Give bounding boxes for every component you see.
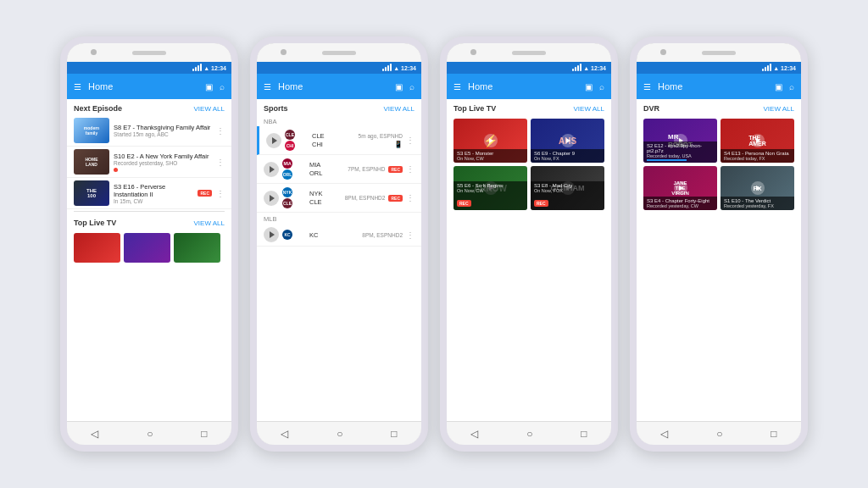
phone-3-status-bar: ▲ 12:34	[447, 62, 611, 74]
americans-sub: Recorded today, FX	[724, 156, 791, 161]
recent-button-4[interactable]: □	[771, 428, 776, 440]
bulls-logo: CHI	[285, 141, 295, 151]
more-options-game-4[interactable]: ⋮	[406, 230, 415, 240]
the100-title: S3 E16 - Perverse Instantiation II	[114, 183, 193, 198]
hamburger-icon[interactable]: ☰	[74, 82, 81, 92]
recent-button[interactable]: □	[201, 428, 207, 440]
more-options-icon-2[interactable]: ⋮	[216, 158, 225, 167]
more-options-icon[interactable]: ⋮	[216, 126, 225, 136]
team-names-1: CLE CHI	[312, 132, 355, 148]
flash-sub: On Now, CW	[457, 156, 524, 161]
hamburger-icon-2[interactable]: ☰	[264, 82, 271, 92]
phone-4-status-bar: ▲ 12:34	[637, 62, 801, 74]
sports-header: Sports VIEW ALL	[257, 99, 421, 115]
back-button-2[interactable]: ◁	[281, 428, 288, 440]
cast-icon-2[interactable]: ▣	[395, 82, 403, 92]
search-icon-4[interactable]: ⌕	[789, 82, 794, 92]
phone-4-content: DVR VIEW ALL MRROBOT	[637, 99, 801, 421]
phone-1-speaker	[132, 51, 166, 55]
play-button-3[interactable]	[264, 191, 279, 206]
gotham-sub: On Now, FOX	[534, 188, 601, 193]
team-logos-3: NYK CLE	[282, 187, 306, 208]
phone-1-top-bar	[67, 43, 231, 62]
cast-icon-4[interactable]: ▣	[775, 82, 782, 92]
more-options-icon-3[interactable]: ⋮	[216, 189, 225, 198]
arrow-sub: On Now, CW	[457, 188, 524, 193]
home-button-3[interactable]: ○	[526, 428, 532, 440]
team2-name-2: ORL	[309, 169, 344, 177]
cast-icon-3[interactable]: ▣	[585, 82, 593, 92]
recent-button-3[interactable]: □	[581, 428, 587, 440]
next-episode-view-all[interactable]: VIEW ALL	[194, 105, 225, 113]
live-thumb-1[interactable]	[74, 233, 120, 263]
sports-view-all[interactable]: VIEW ALL	[384, 105, 415, 113]
episode-homeland[interactable]: HOMELAND S10 E2 - A New York Family Affa…	[67, 147, 231, 178]
game-mia-orl[interactable]: MIA ORL MIA ORL 7PM, ESPNHD REC ⋮	[257, 155, 421, 184]
recent-button-2[interactable]: □	[391, 428, 397, 440]
more-options-game-3[interactable]: ⋮	[406, 193, 415, 202]
hamburger-icon-4[interactable]: ☰	[643, 82, 651, 92]
game-kc[interactable]: KC KC 8PM, ESPNHD2 ⋮	[257, 224, 421, 247]
the100-meta: In 15m, CW	[114, 198, 193, 204]
live-card-flash[interactable]: ⚡ S3 E5 - Monster On Now, CW	[453, 119, 527, 163]
phone-3-nav-bar: ◁ ○ □	[447, 421, 611, 445]
phone-3: ▲ 12:34 ☰ Home ▣ ⌕ Top Live TV VIEW ALL	[440, 36, 618, 452]
play-overlay-americans[interactable]	[751, 134, 765, 147]
more-options-game-1[interactable]: ⋮	[406, 136, 415, 145]
live-thumb-2[interactable]	[124, 233, 170, 263]
play-overlay-jane[interactable]	[674, 181, 687, 195]
homeland-label: HOMELAND	[86, 157, 98, 167]
mlb-label: MLB	[257, 213, 421, 224]
live-tv-view-all[interactable]: VIEW ALL	[194, 219, 225, 227]
phone-2-top-bar	[257, 43, 421, 62]
dvr-view-all[interactable]: VIEW ALL	[764, 105, 794, 113]
home-button[interactable]: ○	[147, 428, 153, 440]
dvr-card-americans[interactable]: THEAMER S4 E13 - Persona Non Grata Recor…	[721, 119, 794, 163]
episode-modern-family[interactable]: modernfamily S8 E7 - Thanksgiving Family…	[67, 115, 231, 147]
live-card-gotham[interactable]: GOTHAM S3 E8 - Mad City On Now, FOX REC	[531, 166, 604, 210]
game-cle-chi[interactable]: CLE CHI CLE CHI 5m ago, ESPNHD 📱	[257, 126, 421, 155]
play-button-2[interactable]	[264, 162, 279, 177]
home-button-2[interactable]: ○	[337, 428, 342, 440]
hamburger-icon-3[interactable]: ☰	[453, 82, 461, 92]
search-icon-3[interactable]: ⌕	[599, 82, 604, 92]
back-button[interactable]: ◁	[91, 428, 98, 440]
live-thumb-3[interactable]	[174, 233, 220, 263]
play-button-1[interactable]	[266, 133, 281, 148]
play-button-4[interactable]	[264, 227, 279, 242]
mrrobot-sub: Recorded today, USA	[647, 153, 714, 158]
modern-family-meta: Started 15m ago, ABC	[114, 131, 212, 137]
phone-1-status-bar: ▲ 12:34	[67, 62, 231, 74]
dvr-card-verdict[interactable]: FX S1 E10 - The Verdict Recorded yesterd…	[721, 166, 794, 210]
live-card-ahs[interactable]: AHS S6 E9 - Chapter 9 On Now, FX	[531, 119, 604, 163]
live-card-arrow[interactable]: ARROW S5 E6 - So It Begins On Now, CW RE…	[453, 166, 527, 210]
play-overlay-ahs[interactable]	[561, 134, 575, 147]
back-button-4[interactable]: ◁	[660, 428, 668, 440]
top-live-view-all[interactable]: VIEW ALL	[574, 105, 604, 113]
play-overlay-flash[interactable]	[484, 134, 498, 147]
modern-family-label: modernfamily	[84, 125, 99, 136]
play-overlay-verdict[interactable]	[751, 181, 765, 195]
phone-2-time: 12:34	[401, 65, 416, 71]
back-button-3[interactable]: ◁	[470, 428, 478, 440]
episode-the100[interactable]: THE100 S3 E16 - Perverse Instantiation I…	[67, 178, 231, 209]
phone-2-status-bar: ▲ 12:34	[257, 62, 421, 74]
home-button-4[interactable]: ○	[716, 428, 722, 440]
dvr-grid: MRROBOT S2 E12 - eps2.9py-thon-pt2.p7z R…	[637, 115, 801, 214]
dvr-card-jane[interactable]: JANETHEVIRGIN S3 E4 - Chapter Forty-Eigh…	[643, 166, 717, 210]
more-options-game-2[interactable]: ⋮	[406, 164, 415, 174]
search-icon[interactable]: ⌕	[220, 82, 225, 92]
mrrobot-progress	[647, 159, 687, 161]
play-icon-3	[270, 195, 275, 202]
modern-family-thumb: modernfamily	[74, 118, 109, 143]
game-nyk-cle[interactable]: NYK CLE NYK CLE 8PM, ESPNHD2 REC ⋮	[257, 184, 421, 213]
search-icon-2[interactable]: ⌕	[409, 82, 415, 92]
modern-family-info: S8 E7 - Thanksgiving Family Affair Start…	[114, 124, 212, 137]
dvr-card-mrrobot[interactable]: MRROBOT S2 E12 - eps2.9py-thon-pt2.p7z R…	[643, 119, 717, 163]
americans-info: S4 E13 - Persona Non Grata Recorded toda…	[721, 149, 794, 163]
jane-info: S3 E4 - Chapter Forty-Eight Recorded yes…	[643, 197, 717, 210]
rec-badge-game-3: REC	[388, 195, 403, 202]
phone-2-nav-bar: ◁ ○ □	[257, 421, 421, 445]
cast-icon[interactable]: ▣	[205, 82, 213, 92]
nba-label: NBA	[257, 115, 421, 126]
